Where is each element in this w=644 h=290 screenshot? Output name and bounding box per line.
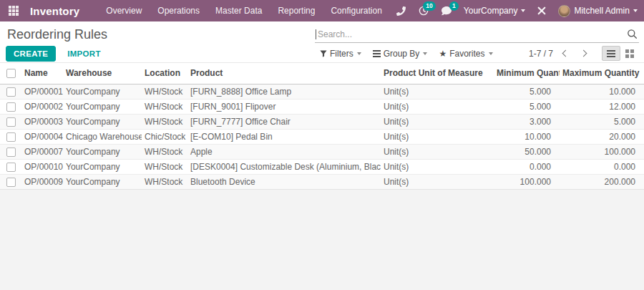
column-header-product[interactable]: Product [187, 63, 381, 84]
menu-master-data[interactable]: Master Data [208, 0, 270, 21]
cell-location: WH/Stock [142, 99, 187, 114]
cell-warehouse: Chicago Warehouse [63, 129, 142, 144]
filter-funnel-icon [320, 50, 327, 57]
cell-max-quantity: 0.000 [560, 159, 644, 174]
column-header-name[interactable]: Name [21, 63, 63, 84]
select-all-cell [0, 63, 21, 84]
row-checkbox[interactable] [6, 132, 16, 142]
column-header-uom[interactable]: Product Unit of Measure [381, 63, 494, 84]
row-checkbox[interactable] [6, 163, 16, 172]
filters-button[interactable]: Filters [320, 49, 361, 59]
search-icon[interactable] [627, 29, 638, 39]
pager-value[interactable]: 1-7 / 7 [529, 49, 553, 59]
chevron-down-icon [633, 9, 638, 12]
cell-location: WH/Stock [142, 174, 187, 189]
column-header-min-quantity[interactable]: Minimum Quantity [494, 63, 560, 84]
favorites-button[interactable]: ★ Favorites [439, 49, 492, 59]
column-header-location[interactable]: Location [142, 63, 187, 84]
cell-name: OP/00010 [21, 159, 63, 174]
search-input[interactable] [316, 29, 627, 39]
user-name: Mitchell Admin [574, 6, 629, 16]
cell-warehouse: YourCompany [63, 174, 142, 189]
cell-location: WH/Stock [142, 144, 187, 159]
apps-menu-icon[interactable] [9, 6, 19, 16]
cell-min-quantity: 5.000 [494, 84, 560, 99]
messages-badge: 1 [449, 1, 459, 11]
cell-location: WH/Stock [142, 114, 187, 129]
menu-overview[interactable]: Overview [98, 0, 150, 21]
search-bar [315, 26, 639, 43]
table-row[interactable]: OP/00007YourCompanyWH/StockAppleUnit(s)5… [0, 144, 644, 159]
create-button[interactable]: CREATE [6, 46, 56, 62]
cell-min-quantity: 0.000 [494, 159, 560, 174]
cell-product: [FURN_9001] Flipover [187, 99, 381, 114]
page-title: Reordering Rules [0, 27, 315, 42]
cell-max-quantity: 200.000 [560, 174, 644, 189]
menu-reporting[interactable]: Reporting [270, 0, 323, 21]
cell-product: [FURN_7777] Office Chair [187, 114, 381, 129]
cell-product: [E-COM10] Pedal Bin [187, 129, 381, 144]
cell-min-quantity: 3.000 [494, 114, 560, 129]
cell-uom: Unit(s) [381, 99, 494, 114]
cell-max-quantity: 100.000 [560, 144, 644, 159]
cell-warehouse: YourCompany [63, 159, 142, 174]
row-checkbox[interactable] [6, 102, 16, 112]
kanban-view-icon [625, 49, 634, 58]
cell-max-quantity: 10.000 [560, 84, 644, 99]
control-panel: Reordering Rules CREATE IMPORT Filters G… [0, 21, 644, 63]
table-row[interactable]: OP/00009YourCompanyWH/StockBluetooth Dev… [0, 174, 644, 189]
cell-name: OP/00001 [21, 84, 63, 99]
cell-uom: Unit(s) [381, 144, 494, 159]
chevron-down-icon [423, 52, 427, 55]
cell-name: OP/00009 [21, 174, 63, 189]
table-row[interactable]: OP/00010YourCompanyWH/Stock[DESK0004] Cu… [0, 159, 644, 174]
import-button[interactable]: IMPORT [67, 49, 101, 58]
table-row[interactable]: OP/00003YourCompanyWH/Stock[FURN_7777] O… [0, 114, 644, 129]
messages-icon[interactable]: 1 [435, 0, 458, 21]
group-by-icon [373, 50, 381, 57]
menu-operations[interactable]: Operations [150, 0, 208, 21]
cell-location: WH/Stock [142, 159, 187, 174]
select-all-checkbox[interactable] [6, 69, 16, 78]
activities-badge: 10 [423, 1, 435, 11]
pager-next-icon[interactable] [580, 50, 587, 57]
row-checkbox[interactable] [6, 178, 16, 187]
phone-icon[interactable] [390, 0, 412, 21]
row-select-cell [0, 144, 21, 159]
pager-previous-icon[interactable] [562, 50, 570, 57]
kanban-view-button[interactable] [620, 46, 639, 61]
column-header-warehouse[interactable]: Warehouse [63, 63, 142, 84]
table-row[interactable]: OP/00004Chicago WarehouseChic/Stock[E-CO… [0, 129, 644, 144]
group-by-button[interactable]: Group By [373, 49, 428, 59]
user-menu[interactable]: Mitchell Admin [552, 0, 643, 21]
cell-min-quantity: 50.000 [494, 144, 560, 159]
row-select-cell [0, 114, 21, 129]
cell-product: [FURN_8888] Office Lamp [187, 84, 381, 99]
cell-warehouse: YourCompany [63, 114, 142, 129]
cell-product: [DESK0004] Customizable Desk (Aluminium,… [187, 159, 381, 174]
cell-max-quantity: 20.000 [560, 129, 644, 144]
list-view-button[interactable] [602, 46, 620, 61]
column-header-max-quantity[interactable]: Maximum Quantity [560, 63, 644, 84]
table-header-row: Name Warehouse Location Product Product … [0, 63, 644, 84]
cell-name: OP/00002 [21, 99, 63, 114]
table-row[interactable]: OP/00001YourCompanyWH/Stock[FURN_8888] O… [0, 84, 644, 99]
chevron-down-icon [489, 52, 493, 55]
activities-icon[interactable]: 10 [412, 0, 435, 21]
star-icon: ★ [439, 49, 447, 58]
menu-configuration[interactable]: Configuration [323, 0, 389, 21]
cell-uom: Unit(s) [381, 159, 494, 174]
cell-max-quantity: 5.000 [560, 114, 644, 129]
top-navbar: Inventory Overview Operations Master Dat… [0, 0, 644, 21]
table-row[interactable]: OP/00002YourCompanyWH/Stock[FURN_9001] F… [0, 99, 644, 114]
chevron-down-icon [521, 9, 525, 12]
row-checkbox[interactable] [6, 148, 16, 157]
row-select-cell [0, 174, 21, 189]
cell-location: WH/Stock [142, 84, 187, 99]
row-checkbox[interactable] [6, 117, 16, 127]
app-title[interactable]: Inventory [30, 5, 79, 17]
cell-name: OP/00003 [21, 114, 63, 129]
company-switcher[interactable]: YourCompany [458, 0, 532, 21]
row-checkbox[interactable] [6, 87, 16, 97]
developer-tools-icon[interactable] [531, 0, 552, 21]
